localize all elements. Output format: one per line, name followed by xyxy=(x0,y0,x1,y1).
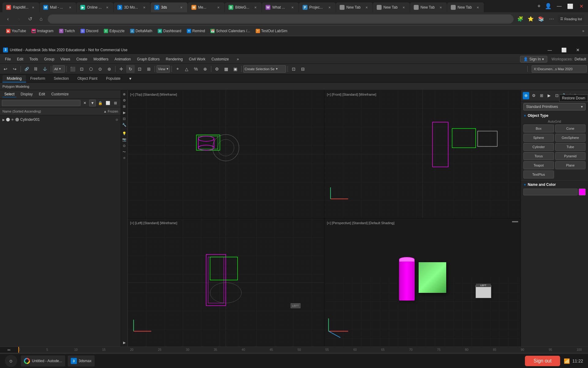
lasso-select-btn[interactable]: ⊙ xyxy=(96,65,104,73)
more-menu-items[interactable]: » xyxy=(234,55,242,63)
bookmark-edpuzzle[interactable]: E Edpuzzle xyxy=(101,27,127,35)
tab-projec[interactable]: P Projec... ✕ xyxy=(299,2,336,12)
menu-group[interactable]: Group xyxy=(41,55,57,63)
tab-newtab2[interactable]: New Tab ✕ xyxy=(373,2,410,12)
tab-close-btn[interactable]: ✕ xyxy=(68,5,73,10)
address-input[interactable]: wcpss-agata.cameyo.net/app.html?appName=… xyxy=(48,14,514,24)
drag-handle[interactable]: ⊕ xyxy=(115,118,118,122)
top-viewport[interactable]: [+] [Top] [Standard] [Wireframe] xyxy=(128,90,324,218)
modify-panel-btn[interactable]: ⚙ xyxy=(530,92,537,99)
hierarchy-icon[interactable]: ⊞ xyxy=(122,104,127,109)
reload-button[interactable]: ↺ xyxy=(26,15,34,23)
tab-newtab1[interactable]: New Tab ✕ xyxy=(336,2,373,12)
object-name-input[interactable] xyxy=(523,189,578,195)
start-button[interactable]: ○ xyxy=(5,355,17,367)
perspective-viewport[interactable]: LEFT [+] [Perspective] [Standard] [Defau… xyxy=(325,219,521,347)
rotate-btn[interactable]: ↻ xyxy=(126,65,135,73)
paint-select-btn[interactable]: ⊛ xyxy=(105,65,114,73)
systems-icon[interactable]: ⚛ xyxy=(122,155,127,161)
tab-3dmo[interactable]: 3 3D Mo... ✕ xyxy=(114,2,150,12)
menu-create[interactable]: Create xyxy=(73,55,90,63)
new-tab-button[interactable]: + xyxy=(535,2,543,10)
home-button[interactable]: ⌂ xyxy=(37,15,45,23)
helpers-icon[interactable]: ⊙ xyxy=(122,143,127,148)
list-item[interactable]: ▶ 👁 Cylinder001 ⊕ xyxy=(0,115,121,124)
bookmark-school-calendars-/...[interactable]: 📅 School Calendars /... xyxy=(208,27,252,35)
side-arrow[interactable]: ▶ xyxy=(122,340,127,345)
render-preview[interactable]: ▣ xyxy=(231,65,240,73)
bookmark-remind[interactable]: R Remind xyxy=(184,27,207,35)
menu-file[interactable]: File xyxy=(2,55,14,63)
bookmark-instagram[interactable]: 📷 Instagram xyxy=(29,27,56,35)
tab-close-btn[interactable]: ✕ xyxy=(179,5,184,10)
create-panel-btn[interactable]: ⊕ xyxy=(523,92,529,99)
mirror-btn[interactable]: ⊡ xyxy=(289,65,298,73)
minimize-button[interactable]: — xyxy=(555,2,564,10)
app-restore-button[interactable]: ⬜ xyxy=(557,45,571,55)
prim-btn-torus[interactable]: Torus xyxy=(523,152,554,160)
timeline-track[interactable]: 0510152025303540455055606570758085909510… xyxy=(18,347,588,353)
view-dropdown[interactable]: View▾ xyxy=(156,65,170,73)
options-btn[interactable]: ⊞ xyxy=(112,100,119,106)
tab-close-btn[interactable]: ✕ xyxy=(475,5,480,10)
select-region-btn[interactable]: ⊡ xyxy=(77,65,86,73)
tab-biblg[interactable]: B BibleG... ✕ xyxy=(225,2,262,12)
menu-edit[interactable]: Edit xyxy=(14,55,26,63)
maximize-button[interactable]: ⬜ xyxy=(566,2,575,10)
link-button[interactable]: 🔗 xyxy=(22,65,31,73)
tab-close-btn[interactable]: ✕ xyxy=(142,5,147,10)
prim-btn-geosphere[interactable]: GeoSphere xyxy=(555,134,586,142)
prim-btn-cone[interactable]: Cone xyxy=(555,125,586,132)
more-menu-button[interactable]: ⋯ xyxy=(547,15,556,23)
display-btn[interactable]: ⬜ xyxy=(104,100,111,106)
modify-icon[interactable]: ⚙ xyxy=(122,98,127,103)
unlink-button[interactable]: ⛓ xyxy=(32,65,40,73)
tab-close-btn[interactable]: ✕ xyxy=(401,5,406,10)
display-icon[interactable]: ⊡ xyxy=(122,116,127,121)
menu-tools[interactable]: Tools xyxy=(26,55,41,63)
render-frame[interactable]: ▦ xyxy=(222,65,231,73)
prim-btn-sphere[interactable]: Sphere xyxy=(523,134,554,142)
bookmark-twitch[interactable]: T Twitch xyxy=(57,27,77,35)
prim-btn-plane[interactable]: Plane xyxy=(555,161,586,169)
front-viewport[interactable]: [+] [Front] [Standard] [Wireframe] xyxy=(325,90,521,218)
prim-btn-cylinder[interactable]: Cylinder xyxy=(523,143,554,151)
name-color-header[interactable]: ▼ Name and Color xyxy=(523,182,586,187)
motion-icon[interactable]: ▶ xyxy=(122,110,127,115)
motion-panel-btn[interactable]: ▶ xyxy=(546,92,552,99)
menu-graph editors[interactable]: Graph Editors xyxy=(134,55,163,63)
mode-dropdown-arrow[interactable]: ▾ xyxy=(126,75,135,82)
utilities-icon[interactable]: 🔧 xyxy=(122,122,127,128)
sign-out-button[interactable]: Sign out xyxy=(525,356,560,366)
filter-btn[interactable]: ▼ xyxy=(89,100,96,106)
tab-online[interactable]: ▶ Online ... ✕ xyxy=(77,2,113,12)
fence-select-btn[interactable]: ⬡ xyxy=(87,65,95,73)
spacewarps-icon[interactable]: 〜 xyxy=(122,149,127,155)
move-btn[interactable]: ✛ xyxy=(117,65,126,73)
menu-customize[interactable]: Customize xyxy=(209,55,232,63)
favorites-icon[interactable]: ⭐ xyxy=(526,15,535,23)
redo-button[interactable]: ↪ xyxy=(10,65,19,73)
lights-icon[interactable]: 💡 xyxy=(122,131,127,136)
tab-newtab4[interactable]: New Tab ✕ xyxy=(447,2,484,12)
bind-button[interactable]: ⚓ xyxy=(41,65,49,73)
prim-btn-tube[interactable]: Tube xyxy=(555,143,586,151)
tab-close-btn[interactable]: ✕ xyxy=(105,5,110,10)
tab-close-btn[interactable]: ✕ xyxy=(364,5,369,10)
explorer-tab-edit[interactable]: Edit xyxy=(37,91,47,97)
spinner-snap[interactable]: ⊕ xyxy=(201,65,209,73)
expand-icon[interactable]: ▶ xyxy=(2,118,5,121)
mode-tab-modeling[interactable]: Modeling xyxy=(2,75,26,82)
tab-close-btn[interactable]: ✕ xyxy=(438,5,443,10)
tab-close-btn[interactable]: ✕ xyxy=(290,5,295,10)
sign-in-button[interactable]: 👤 Sign In ▾ xyxy=(520,56,547,63)
undo-button[interactable]: ↩ xyxy=(1,65,10,73)
wifi-icon[interactable]: 📶 xyxy=(564,358,570,364)
bookmark-youtube[interactable]: ▶ YouTube xyxy=(4,27,28,35)
bookmark-deltamath[interactable]: Δ DeltaMath xyxy=(128,27,155,35)
app-close-button[interactable]: ✕ xyxy=(571,45,585,55)
scene-search-input[interactable] xyxy=(2,100,81,106)
primitives-dropdown[interactable]: Standard Primitives ▾ xyxy=(523,103,586,110)
mode-dropdown[interactable]: All▾ xyxy=(53,65,65,73)
cameras-icon[interactable]: 📷 xyxy=(122,137,127,142)
